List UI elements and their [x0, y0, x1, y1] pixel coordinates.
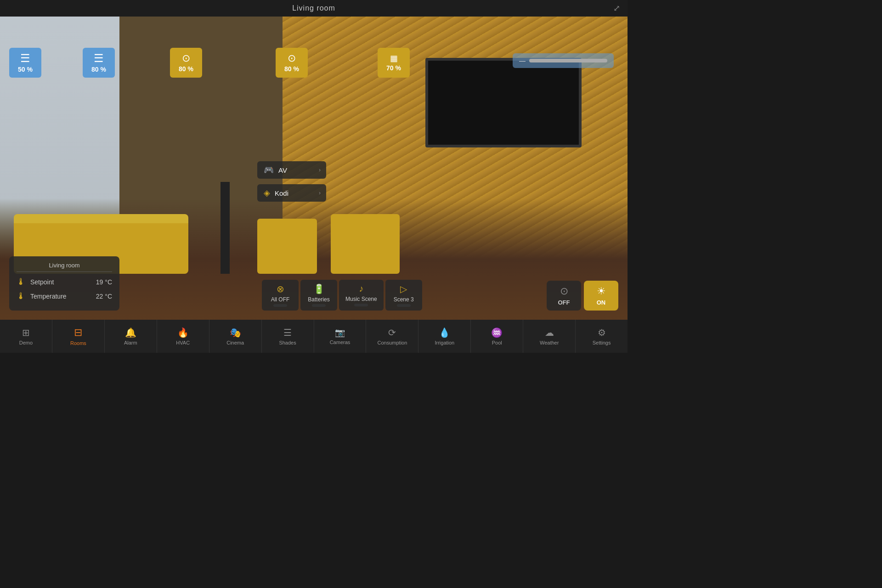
batteries-label: Batteries	[308, 296, 329, 303]
cameras-label: Cameras	[330, 339, 351, 345]
alloff-button[interactable]: ⊗ All OFF	[262, 280, 299, 311]
kodi-icon: ◈	[264, 188, 270, 198]
expand-icon[interactable]: ⤢	[613, 3, 620, 13]
lamp-icon-3: ⊙	[182, 53, 190, 63]
kodi-label: Kodi	[275, 189, 288, 197]
consumption-icon: ⟳	[388, 327, 396, 338]
demo-label: Demo	[19, 340, 33, 345]
shade-control-2[interactable]: ☰ 80 %	[83, 48, 115, 78]
settings-label: Settings	[593, 340, 611, 345]
av-button[interactable]: 🎮 AV ›	[257, 161, 326, 179]
lamp-icon-4: ⊙	[288, 53, 296, 63]
off-label: OFF	[558, 299, 570, 306]
nav-cinema[interactable]: 🎭 Cinema	[209, 320, 262, 353]
weather-icon: ☁	[545, 327, 554, 338]
on-button[interactable]: ☀ ON	[584, 281, 618, 311]
shade-icon-1: ☰	[20, 53, 30, 64]
temperature-row: 🌡 Temperature 22 °C	[17, 291, 112, 301]
consumption-label: Consumption	[378, 340, 407, 345]
temperature-value: 22 °C	[96, 293, 112, 300]
setpoint-label: Setpoint	[30, 278, 96, 286]
title-bar: Living room ⤢	[0, 0, 628, 17]
page-title: Living room	[292, 4, 335, 12]
kodi-button[interactable]: ◈ Kodi ›	[257, 184, 326, 202]
hvac-label: HVAC	[176, 340, 190, 345]
shades-icon: ☰	[283, 327, 292, 338]
nav-pool[interactable]: ♒ Pool	[471, 320, 523, 353]
scene3-label: Scene 3	[394, 296, 414, 303]
off-button[interactable]: ⊙ OFF	[547, 281, 581, 311]
alloff-icon: ⊗	[277, 283, 284, 294]
settings-icon: ⚙	[598, 327, 606, 338]
projector-bar	[529, 59, 607, 62]
shade-control-5[interactable]: ▦ 70 %	[378, 48, 410, 78]
scene3-icon: ▷	[400, 283, 407, 294]
temperature-icon: 🌡	[17, 291, 26, 301]
pool-icon: ♒	[491, 327, 503, 338]
musicscene-label: Music Scene	[345, 296, 377, 302]
scene3-button[interactable]: ▷ Scene 3	[385, 280, 422, 311]
projector-icon: —	[519, 57, 526, 64]
scene-floor-lamp	[220, 182, 230, 274]
temperature-label: Temperature	[30, 293, 96, 300]
alarm-label: Alarm	[124, 340, 137, 345]
scene-chair-2	[331, 214, 400, 274]
shades-label: Shades	[279, 340, 296, 345]
shade-icon-2: ☰	[94, 53, 104, 64]
av-arrow-icon: ›	[319, 167, 321, 173]
nav-shades[interactable]: ☰ Shades	[262, 320, 314, 353]
toggle-group: ⊙ OFF ☀ ON	[547, 281, 618, 311]
batteries-button[interactable]: 🔋 Batteries	[300, 280, 337, 311]
av-label: AV	[278, 166, 287, 174]
musicscene-icon: ♪	[359, 283, 363, 294]
cinema-icon: 🎭	[230, 327, 241, 338]
scene-area: ☰ 50 % ☰ 80 % ⊙ 80 % ⊙ 80 % ▦ 70 % — 🎮 A…	[0, 17, 628, 320]
scene3-dot	[397, 304, 411, 307]
nav-demo[interactable]: ⊞ Demo	[0, 320, 52, 353]
batteries-icon: 🔋	[313, 283, 325, 294]
irrigation-icon: 💧	[439, 327, 450, 338]
shade-pct-1: 50 %	[18, 66, 33, 73]
on-icon: ☀	[597, 285, 606, 297]
hvac-icon: 🔥	[177, 327, 189, 338]
musicscene-dot	[354, 304, 368, 306]
nav-alarm[interactable]: 🔔 Alarm	[105, 320, 157, 353]
living-room-panel: Living room 🌡 Setpoint 19 °C 🌡 Temperatu…	[9, 256, 119, 311]
nav-irrigation[interactable]: 💧 Irrigation	[418, 320, 471, 353]
nav-weather[interactable]: ☁ Weather	[523, 320, 576, 353]
shade-control-1[interactable]: ☰ 50 %	[9, 48, 41, 78]
nav-rooms[interactable]: ⊟ Rooms	[52, 320, 105, 353]
shade-pct-3: 80 %	[179, 65, 193, 73]
shade-pct-5: 70 %	[386, 64, 401, 72]
quick-actions-bar: ⊗ All OFF 🔋 Batteries ♪ Music Scene ▷ Sc…	[262, 280, 422, 311]
batteries-dot	[312, 304, 326, 307]
shade-control-3[interactable]: ⊙ 80 %	[170, 48, 202, 78]
shade-control-4[interactable]: ⊙ 80 %	[276, 48, 308, 78]
alloff-label: All OFF	[271, 296, 290, 303]
av-icon: 🎮	[264, 165, 274, 175]
alarm-icon: 🔔	[125, 327, 136, 338]
irrigation-label: Irrigation	[435, 340, 454, 345]
device-icon-5: ▦	[390, 54, 398, 62]
scene-tv	[425, 58, 582, 147]
rooms-label: Rooms	[70, 340, 86, 346]
musicscene-button[interactable]: ♪ Music Scene	[339, 280, 384, 311]
cinema-label: Cinema	[226, 340, 244, 345]
setpoint-value: 19 °C	[96, 278, 112, 286]
off-icon: ⊙	[560, 285, 568, 297]
nav-cameras[interactable]: 📷 Cameras	[314, 320, 367, 353]
kodi-arrow-icon: ›	[319, 190, 321, 196]
setpoint-icon: 🌡	[17, 277, 26, 287]
scene-chair-1	[257, 219, 317, 274]
projector-control[interactable]: —	[513, 53, 614, 68]
demo-icon: ⊞	[22, 327, 30, 338]
weather-label: Weather	[540, 340, 559, 345]
bottom-nav: ⊞ Demo ⊟ Rooms 🔔 Alarm 🔥 HVAC 🎭 Cinema ☰…	[0, 320, 628, 353]
nav-settings[interactable]: ⚙ Settings	[576, 320, 628, 353]
nav-consumption[interactable]: ⟳ Consumption	[366, 320, 418, 353]
shade-pct-4: 80 %	[284, 65, 299, 73]
nav-hvac[interactable]: 🔥 HVAC	[157, 320, 209, 353]
pool-label: Pool	[492, 340, 502, 345]
on-label: ON	[597, 299, 606, 306]
alloff-dot	[273, 304, 287, 307]
